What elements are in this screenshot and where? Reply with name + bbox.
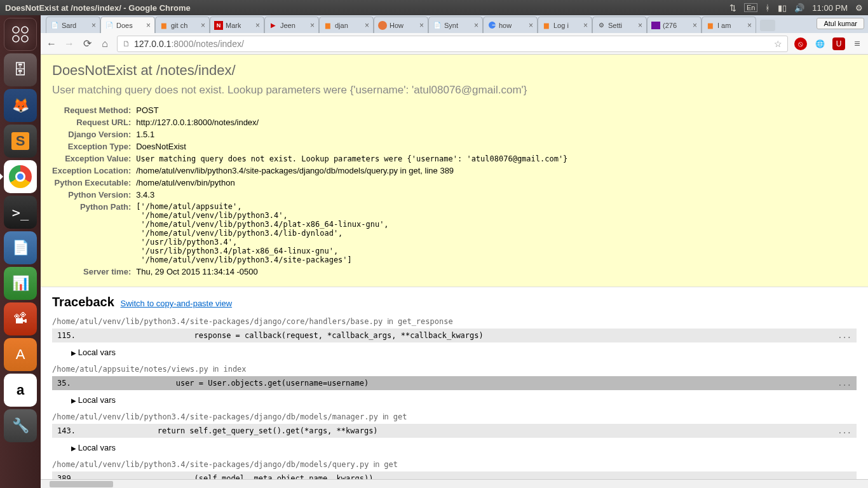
- calc-icon[interactable]: 📊: [4, 267, 37, 300]
- traceback-frame: /home/atul/appsuite/notes/views.py in in…: [52, 365, 857, 405]
- close-icon[interactable]: ×: [529, 21, 533, 30]
- close-icon[interactable]: ×: [365, 21, 369, 30]
- browser-tab[interactable]: how×: [483, 17, 538, 33]
- keyboard-lang[interactable]: En: [744, 3, 757, 12]
- battery-icon[interactable]: ▮▯: [778, 3, 787, 13]
- forward-button[interactable]: →: [64, 38, 75, 50]
- close-icon[interactable]: ×: [92, 21, 96, 30]
- settings-icon[interactable]: 🔧: [4, 409, 37, 442]
- browser-tab[interactable]: ▆djan×: [319, 17, 374, 33]
- favicon-icon: ⚙: [597, 21, 606, 30]
- traceback-section: Traceback Switch to copy-and-paste view …: [41, 287, 868, 479]
- ublock-icon[interactable]: U: [832, 37, 845, 50]
- amazon-icon[interactable]: a: [4, 374, 37, 407]
- code-text: (self.model._meta.object_name, kwargs)): [121, 474, 837, 479]
- favicon-icon: ▆: [542, 21, 551, 30]
- code-line[interactable]: 35. user = User.objects.get(username=use…: [52, 376, 857, 390]
- svg-point-3: [22, 36, 28, 42]
- terminal-icon[interactable]: >_: [4, 196, 37, 229]
- code-line[interactable]: 389. (self.model._meta.object_name, kwar…: [52, 471, 857, 479]
- favicon-icon: [487, 21, 496, 30]
- browser-tab[interactable]: ▆git ch×: [155, 17, 210, 33]
- volume-icon[interactable]: 🔊: [794, 3, 804, 13]
- files-icon[interactable]: 🗄: [4, 53, 37, 86]
- address-bar[interactable]: 🗋 127.0.0.1:8000/notes/index/ ☆: [117, 36, 788, 52]
- browser-tab[interactable]: How×: [374, 17, 428, 33]
- traceback-heading: Traceback: [52, 295, 114, 309]
- adblock-icon[interactable]: ⦸: [794, 37, 807, 50]
- chrome-launcher-icon[interactable]: [4, 160, 37, 193]
- chrome-user-button[interactable]: Atul kumar: [817, 18, 864, 29]
- expand-dots[interactable]: ...: [837, 474, 851, 479]
- svg-point-1: [22, 27, 28, 33]
- system-indicators: ⇅ En ᚼ ▮▯ 🔊 11:00 PM ⚙: [729, 3, 863, 13]
- browser-tab[interactable]: ⚙Setti×: [592, 17, 647, 33]
- close-icon[interactable]: ×: [693, 21, 697, 30]
- browser-tab[interactable]: 📄Synt×: [428, 17, 483, 33]
- page-content: DoesNotExist at /notes/index/ User match…: [41, 55, 868, 479]
- close-icon[interactable]: ×: [146, 21, 151, 30]
- frame-location: /home/atul/venv/lib/python3.4/site-packa…: [52, 317, 857, 326]
- close-icon[interactable]: ×: [474, 21, 478, 30]
- code-text: return self.get_query_set().get(*args, *…: [121, 426, 837, 435]
- code-line[interactable]: 115. response = callback(request, *callb…: [52, 329, 857, 342]
- error-title: DoesNotExist at /notes/index/: [52, 62, 857, 79]
- code-text: user = User.objects.get(username=usernam…: [121, 379, 837, 388]
- reload-button[interactable]: ⟳: [81, 38, 93, 50]
- bookmark-star-icon[interactable]: ☆: [774, 39, 782, 49]
- close-icon[interactable]: ×: [201, 21, 205, 30]
- network-icon[interactable]: ⇅: [729, 3, 736, 13]
- line-number: 389.: [57, 474, 121, 479]
- gear-icon[interactable]: ⚙: [855, 3, 863, 13]
- browser-tab[interactable]: (276×: [647, 17, 702, 33]
- error-summary: DoesNotExist at /notes/index/ User match…: [41, 55, 868, 287]
- svg-point-2: [13, 36, 19, 42]
- expand-dots[interactable]: ...: [837, 426, 851, 435]
- browser-tab[interactable]: ▆Log i×: [538, 17, 592, 33]
- firefox-icon[interactable]: 🦊: [4, 89, 37, 122]
- unity-launcher: 🗄 🦊 S >_ 📄 📊 📽 A a 🔧: [0, 15, 41, 488]
- close-icon[interactable]: ×: [583, 21, 588, 30]
- expand-dots[interactable]: ...: [837, 379, 851, 388]
- expand-dots[interactable]: ...: [837, 331, 851, 340]
- local-vars-toggle[interactable]: Local vars: [71, 443, 857, 452]
- switch-view-link[interactable]: Switch to copy-and-paste view: [120, 299, 232, 308]
- extension-icon[interactable]: 🌐: [813, 37, 826, 50]
- favicon-icon: [378, 21, 387, 30]
- home-button[interactable]: ⌂: [99, 38, 111, 50]
- close-icon[interactable]: ×: [310, 21, 315, 30]
- error-message: User matching query does not exist. Look…: [52, 84, 857, 97]
- frame-location: /home/atul/venv/lib/python3.4/site-packa…: [52, 460, 857, 469]
- favicon-icon: N: [214, 21, 223, 30]
- browser-tab[interactable]: 📄Sard×: [46, 17, 100, 33]
- sublime-icon[interactable]: S: [4, 125, 37, 158]
- favicon-icon: [651, 22, 660, 29]
- local-vars-toggle[interactable]: Local vars: [71, 348, 857, 357]
- dash-icon[interactable]: [4, 18, 37, 51]
- svg-point-0: [13, 27, 19, 33]
- back-button[interactable]: ←: [46, 38, 57, 50]
- scrollbar-thumb[interactable]: [50, 481, 113, 487]
- browser-tab[interactable]: ▶Jeen×: [264, 17, 319, 33]
- local-vars-toggle[interactable]: Local vars: [71, 395, 857, 405]
- browser-tab[interactable]: NMark×: [210, 17, 264, 33]
- writer-icon[interactable]: 📄: [4, 231, 37, 264]
- clock[interactable]: 11:00 PM: [812, 3, 848, 13]
- horizontal-scrollbar[interactable]: [41, 479, 868, 488]
- close-icon[interactable]: ×: [419, 21, 424, 30]
- menu-button[interactable]: ≡: [851, 38, 863, 50]
- close-icon[interactable]: ×: [255, 21, 260, 30]
- bluetooth-icon[interactable]: ᚼ: [765, 3, 770, 13]
- chrome-toolbar: ← → ⟳ ⌂ 🗋 127.0.0.1:8000/notes/index/ ☆ …: [41, 33, 868, 55]
- browser-tab[interactable]: ▆I am×: [702, 17, 756, 33]
- impress-icon[interactable]: 📽: [4, 302, 37, 336]
- browser-tab[interactable]: 📄Does×: [100, 17, 155, 33]
- line-number: 115.: [57, 331, 121, 340]
- code-line[interactable]: 143. return self.get_query_set().get(*ar…: [52, 424, 857, 438]
- favicon-icon: 📄: [50, 21, 59, 30]
- software-center-icon[interactable]: A: [4, 338, 37, 371]
- close-icon[interactable]: ×: [638, 21, 642, 30]
- new-tab-button[interactable]: [760, 20, 775, 31]
- traceback-frame: /home/atul/venv/lib/python3.4/site-packa…: [52, 460, 857, 479]
- close-icon[interactable]: ×: [747, 21, 752, 30]
